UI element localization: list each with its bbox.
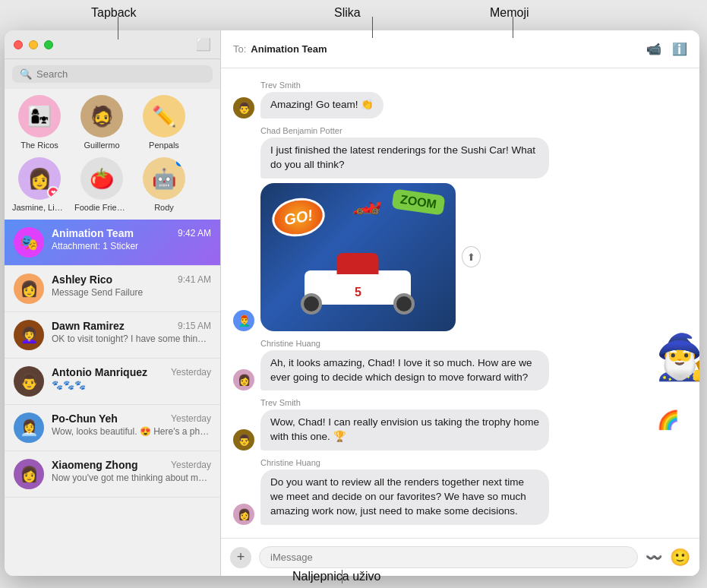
share-button[interactable]: ⬆ — [462, 246, 481, 267]
msg-sender-trev-1: Trev Smith — [260, 81, 687, 90]
conv-po-chun-yeh[interactable]: 👩‍💼 Po-Chun Yeh Yesterday Wow, looks bea… — [5, 405, 220, 451]
conv-dawn-ramirez-time: 9:15 AM — [178, 321, 211, 331]
message-input[interactable] — [259, 546, 638, 568]
msg-sender-trev-2: Trev Smith — [260, 398, 687, 407]
input-bar: + 〰️ 🙂 — [221, 538, 699, 576]
conv-xiaomeng-zhong[interactable]: 👩 Xiaomeng Zhong Yesterday Now you've go… — [5, 451, 220, 498]
msg-sender-christine-2: Christine Huang — [260, 458, 687, 467]
conv-dawn-ramirez-name: Dawn Ramirez — [52, 320, 125, 332]
conv-antonio-manriquez-name: Antonio Manriquez — [52, 366, 147, 378]
conv-xiaomeng-zhong-name: Xiaomeng Zhong — [52, 459, 138, 471]
contact-penpals[interactable]: ✏️ Penpals — [137, 95, 191, 150]
video-call-button[interactable]: 📹 — [646, 42, 661, 56]
conv-animation-team-time: 9:42 AM — [178, 228, 211, 239]
msg-avatar-christine-2: 👩 — [233, 504, 254, 525]
search-wrapper: 🔍 — [12, 65, 213, 83]
conv-ashley-rico-name: Ashley Rico — [52, 273, 112, 286]
zoom-sticker: ZOOM — [391, 188, 445, 215]
sushi-car-image-wrapper: GO! ZOOM 🏎️ — [260, 183, 481, 331]
msg-bubble-chad-text: I just finished the latest renderings fo… — [260, 138, 549, 179]
chat-to-label: To: — [233, 43, 246, 55]
msg-bubble-3: Ah, it looks amazing, Chad! I love it so… — [260, 350, 549, 391]
car-number: 5 — [355, 286, 361, 299]
info-button[interactable]: ℹ️ — [672, 42, 687, 56]
conv-ashley-rico-details: Ashley Rico 9:41 AM Message Send Failure — [52, 273, 211, 298]
tapback-label: Tapback — [91, 6, 137, 20]
conv-animation-team-details: Animation Team 9:42 AM Attachment: 1 Sti… — [52, 227, 211, 251]
msg-avatar-christine-1: 👩 — [233, 369, 254, 390]
conv-antonio-manriquez-details: Antonio Manriquez Yesterday 🐾🐾🐾 — [52, 366, 211, 390]
sidebar-titlebar: ⬜ — [5, 30, 220, 59]
car-wheel-right — [393, 293, 415, 315]
conv-xiaomeng-zhong-time: Yesterday — [171, 460, 211, 470]
helmet-figure: 🏎️ — [352, 187, 382, 216]
contact-foodie-name: Foodie Friends — [74, 203, 129, 212]
contacts-row-2: 👩 ❤ Jasmine, Liz &... 🍅 Foodie Friends 🤖… — [5, 157, 220, 220]
go-sticker: GO! — [269, 194, 328, 240]
search-icon: 🔍 — [20, 68, 32, 80]
rody-dot-badge — [176, 159, 184, 166]
conv-po-chun-yeh-details: Po-Chun Yeh Yesterday Wow, looks beautif… — [52, 413, 211, 437]
msg-row-3: 👩 Ah, it looks amazing, Chad! I love it … — [233, 350, 687, 391]
chat-header: To: Animation Team 📹 ℹ️ — [221, 30, 699, 68]
conv-antonio-manriquez-preview: 🐾🐾🐾 — [52, 380, 211, 390]
msg-bubble-5: Do you want to review all the renders to… — [260, 469, 549, 525]
waveform-button[interactable]: 〰️ — [645, 549, 662, 566]
conv-po-chun-yeh-time: Yesterday — [171, 413, 211, 424]
conv-animation-team[interactable]: 🎭 Animation Team 9:42 AM Attachment: 1 S… — [5, 220, 220, 266]
conv-dawn-ramirez[interactable]: 👩‍🦱 Dawn Ramirez 9:15 AM OK to visit ton… — [5, 312, 220, 359]
conversation-list: 🎭 Animation Team 9:42 AM Attachment: 1 S… — [5, 220, 220, 576]
msg-sender-chad: Chad Benjamin Potter — [260, 126, 687, 135]
msg-row-4: 👨 Wow, Chad! I can really envision us ta… — [233, 409, 687, 450]
search-input[interactable] — [36, 68, 205, 80]
compose-button[interactable]: ⬜ — [196, 37, 211, 52]
conv-dawn-ramirez-preview: OK to visit tonight? I have some things … — [52, 334, 211, 344]
msg-row-1: 👨 Amazing! Go team! 👏 — [233, 92, 687, 119]
conv-xiaomeng-zhong-preview: Now you've got me thinking about my next… — [52, 473, 211, 483]
conv-ashley-rico-preview: Message Send Failure — [52, 287, 211, 298]
contact-rody-name: Rody — [137, 203, 191, 212]
conv-po-chun-yeh-preview: Wow, looks beautiful. 😍 Here's a photo o… — [52, 426, 211, 437]
jasmine-badge: ❤ — [47, 186, 59, 198]
conv-ashley-rico-time: 9:41 AM — [178, 274, 211, 285]
msg-row-5: 👩 Do you want to review all the renders … — [233, 469, 687, 525]
msg-avatar-chad: 👨‍🦰 — [233, 310, 254, 331]
search-bar: 🔍 — [5, 59, 220, 89]
conv-dawn-ramirez-details: Dawn Ramirez 9:15 AM OK to visit tonight… — [52, 320, 211, 344]
memoji-label: Memoji — [490, 6, 529, 20]
conv-po-chun-yeh-name: Po-Chun Yeh — [52, 413, 118, 425]
contact-ricos[interactable]: 👩‍👧 The Ricos — [12, 95, 67, 150]
emoji-button[interactable]: 🙂 — [670, 548, 690, 567]
chat-recipient: Animation Team — [251, 43, 327, 55]
sushi-car-image: GO! ZOOM 🏎️ — [260, 183, 456, 331]
contact-jasmine[interactable]: 👩 ❤ Jasmine, Liz &... — [12, 157, 67, 212]
car-wheel-left — [301, 293, 322, 315]
conv-xiaomeng-zhong-details: Xiaomeng Zhong Yesterday Now you've got … — [52, 459, 211, 483]
contact-ricos-name: The Ricos — [12, 141, 67, 150]
conv-animation-team-preview: Attachment: 1 Sticker — [52, 241, 211, 251]
app-window: ⬜ 🔍 👩‍👧 The Ricos 🧔 Guillermo — [5, 30, 699, 576]
contact-rody[interactable]: 🤖 Rody — [137, 157, 191, 212]
msg-sender-christine-1: Christine Huang — [260, 339, 687, 348]
conv-ashley-rico[interactable]: 👩 Ashley Rico 9:41 AM Message Send Failu… — [5, 266, 220, 312]
conv-antonio-manriquez[interactable]: 👨 Antonio Manriquez Yesterday 🐾🐾🐾 — [5, 359, 220, 405]
msg-bubble-4: Wow, Chad! I can really envision us taki… — [260, 409, 549, 450]
contact-foodie[interactable]: 🍅 Foodie Friends — [74, 157, 129, 212]
conv-antonio-manriquez-time: Yesterday — [171, 367, 211, 378]
minimize-button[interactable] — [29, 40, 38, 49]
msg-avatar-trev-2: 👨 — [233, 429, 254, 450]
msg-bubble-1: Amazing! Go team! 👏 — [260, 92, 383, 119]
contact-guillermo[interactable]: 🧔 Guillermo — [74, 95, 129, 150]
conv-animation-team-name: Animation Team — [52, 227, 134, 239]
msg-row-2: 👨‍🦰 I just finished the latest rendering… — [233, 138, 687, 331]
add-button[interactable]: + — [230, 547, 251, 568]
car-cockpit — [337, 253, 379, 274]
slika-label: Slika — [334, 6, 361, 20]
contact-guillermo-name: Guillermo — [74, 141, 129, 150]
contact-penpals-name: Penpals — [137, 141, 191, 150]
contacts-row-1: 👩‍👧 The Ricos 🧔 Guillermo ✏️ Penpals — [5, 89, 220, 157]
chat-header-actions: 📹 ℹ️ — [646, 42, 687, 56]
messages-container: Trev Smith 👨 Amazing! Go team! 👏 Chad Be… — [221, 68, 699, 538]
close-button[interactable] — [14, 40, 23, 49]
maximize-button[interactable] — [44, 40, 53, 49]
